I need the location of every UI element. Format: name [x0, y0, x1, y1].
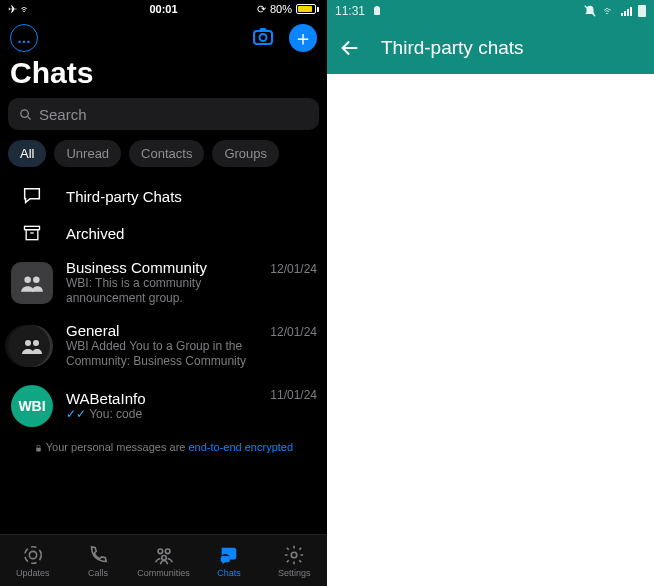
ios-status-bar: ✈︎ ᯤ 00:01 ⟳ 80%: [0, 0, 327, 18]
phone-icon: [87, 544, 109, 566]
android-whatsapp-screen: 11:31 ᯤ Third-party chats: [327, 0, 654, 586]
battery-icon: [296, 4, 319, 14]
svg-point-7: [24, 276, 31, 283]
back-button[interactable]: [339, 37, 361, 59]
svg-point-18: [292, 552, 298, 558]
android-header-title: Third-party chats: [381, 37, 524, 59]
battery-percent: 80%: [270, 3, 292, 15]
chat-preview: WBI: This is a community announcement gr…: [66, 276, 258, 306]
clipboard-icon: [371, 5, 383, 17]
chat-name: WABetaInfo: [66, 390, 258, 407]
bottom-tab-bar: Updates Calls Communities Chats Settings: [0, 534, 327, 586]
svg-point-13: [24, 546, 41, 563]
page-title: Chats: [0, 54, 327, 98]
status-time: 11:31: [335, 4, 365, 18]
search-placeholder: Search: [39, 106, 87, 123]
arrow-left-icon: [339, 37, 361, 59]
svg-point-14: [158, 549, 163, 554]
orientation-lock-icon: ⟳: [257, 3, 266, 16]
signal-icon: [621, 6, 632, 16]
community-avatar: [11, 262, 53, 304]
svg-rect-20: [376, 6, 379, 8]
android-empty-body: [327, 74, 654, 586]
communities-icon: [153, 544, 175, 566]
chat-name: Business Community: [66, 259, 258, 276]
ios-whatsapp-screen: ✈︎ ᯤ 00:01 ⟳ 80% … ＋ Chats Search All Un…: [0, 0, 327, 586]
filter-unread[interactable]: Unread: [54, 140, 121, 167]
filter-contacts[interactable]: Contacts: [129, 140, 204, 167]
encryption-notice: Your personal messages are end-to-end en…: [0, 435, 327, 461]
archive-icon: [22, 223, 42, 243]
chat-date: 11/01/24: [270, 388, 317, 402]
chat-date: 12/01/24: [270, 262, 317, 276]
status-time: 00:01: [149, 3, 177, 15]
group-icon: [20, 334, 44, 358]
filter-groups[interactable]: Groups: [212, 140, 279, 167]
camera-button[interactable]: [251, 24, 275, 52]
group-icon: [19, 270, 45, 296]
android-status-bar: 11:31 ᯤ: [327, 0, 654, 22]
more-menu-button[interactable]: …: [10, 24, 38, 52]
archived-row[interactable]: Archived: [0, 215, 327, 251]
svg-point-9: [25, 340, 31, 346]
svg-point-12: [29, 551, 36, 558]
status-left-icons: ✈︎ ᯤ: [8, 3, 31, 16]
gear-icon: [283, 544, 305, 566]
battery-icon: [638, 5, 646, 17]
svg-rect-19: [374, 7, 380, 15]
group-avatar: [11, 325, 53, 367]
chat-list: Third-party Chats Archived Business Comm…: [0, 177, 327, 534]
tab-communities[interactable]: Communities: [131, 535, 196, 586]
status-icon: [22, 544, 44, 566]
search-icon: [18, 107, 33, 122]
third-party-chats-row[interactable]: Third-party Chats: [0, 177, 327, 215]
tab-settings[interactable]: Settings: [262, 535, 327, 586]
chat-preview: ✓✓ You: code: [66, 407, 258, 422]
svg-rect-11: [36, 447, 41, 451]
third-party-chats-label: Third-party Chats: [66, 188, 317, 205]
chat-preview: WBI Added You to a Group in the Communit…: [66, 339, 258, 369]
filter-row: All Unread Contacts Groups: [0, 140, 327, 177]
svg-point-2: [21, 109, 29, 117]
svg-point-15: [165, 549, 170, 554]
svg-point-10: [33, 340, 39, 346]
archived-label: Archived: [66, 225, 317, 242]
read-receipt-icon: ✓✓: [66, 407, 86, 421]
svg-rect-0: [254, 31, 272, 44]
tab-chats[interactable]: Chats: [196, 535, 261, 586]
encryption-link[interactable]: end-to-end encrypted: [188, 441, 293, 453]
svg-point-16: [161, 555, 166, 560]
wbi-avatar: WBI: [11, 385, 53, 427]
new-chat-button[interactable]: ＋: [289, 24, 317, 52]
mute-icon: [583, 4, 597, 18]
chat-bubble-icon: [21, 185, 43, 207]
search-input[interactable]: Search: [8, 98, 319, 130]
svg-rect-5: [26, 230, 38, 240]
chat-date: 12/01/24: [270, 325, 317, 339]
tab-updates[interactable]: Updates: [0, 535, 65, 586]
chat-row[interactable]: General WBI Added You to a Group in the …: [0, 314, 327, 377]
chat-row[interactable]: Business Community WBI: This is a commun…: [0, 251, 327, 314]
chat-row[interactable]: WBI WABetaInfo ✓✓ You: code 11/01/24: [0, 377, 327, 435]
chats-icon: [218, 544, 240, 566]
svg-point-8: [33, 276, 40, 283]
tab-calls[interactable]: Calls: [65, 535, 130, 586]
android-header: Third-party chats: [327, 22, 654, 74]
chat-name: General: [66, 322, 258, 339]
svg-point-1: [260, 34, 267, 41]
filter-all[interactable]: All: [8, 140, 46, 167]
header-actions: … ＋: [0, 18, 327, 54]
lock-icon: [34, 444, 43, 453]
svg-line-3: [27, 116, 30, 119]
wifi-icon: ᯤ: [603, 4, 615, 18]
